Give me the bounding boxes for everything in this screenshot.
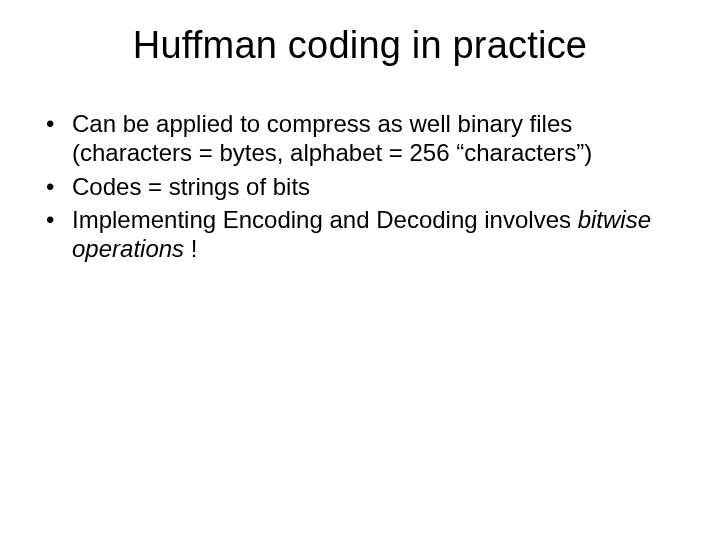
slide-title: Huffman coding in practice [40,24,680,67]
bullet-list: Can be applied to compress as well binar… [40,109,680,263]
bullet-text: Implementing Encoding and Decoding invol… [72,206,578,233]
bullet-text: ) [584,139,592,166]
bullet-text: “characters” [456,139,584,166]
bullet-text: ! [184,235,197,262]
slide: Huffman coding in practice Can be applie… [0,0,720,540]
bullet-text: Codes = strings of bits [72,173,310,200]
list-item: Can be applied to compress as well binar… [44,109,676,168]
list-item: Codes = strings of bits [44,172,676,201]
list-item: Implementing Encoding and Decoding invol… [44,205,676,264]
